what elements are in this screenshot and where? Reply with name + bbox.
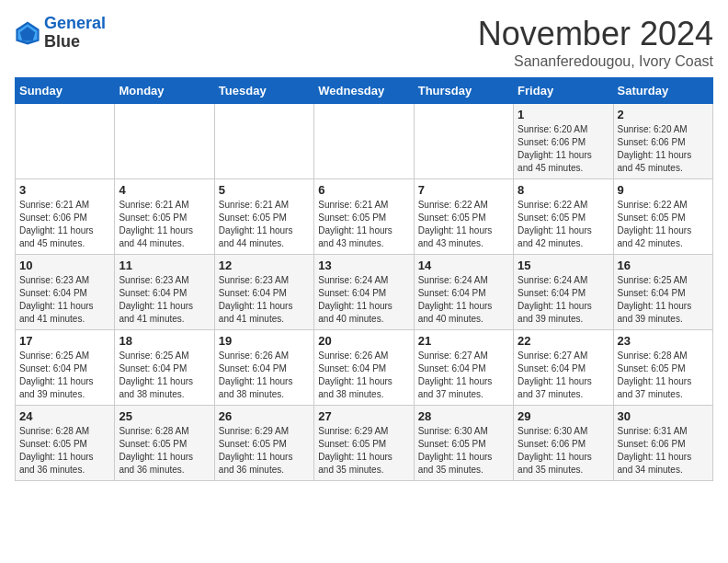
day-info: Sunrise: 6:28 AM Sunset: 6:05 PM Dayligh… <box>119 425 210 477</box>
day-info: Sunrise: 6:21 AM Sunset: 6:06 PM Dayligh… <box>19 199 110 250</box>
day-info: Sunrise: 6:20 AM Sunset: 6:06 PM Dayligh… <box>618 123 709 175</box>
day-cell <box>115 104 214 179</box>
day-cell: 28Sunrise: 6:30 AM Sunset: 6:05 PM Dayli… <box>414 406 513 481</box>
day-info: Sunrise: 6:22 AM Sunset: 6:05 PM Dayligh… <box>618 199 709 250</box>
day-number: 2 <box>618 108 709 121</box>
logo-line1: General <box>44 14 106 32</box>
day-info: Sunrise: 6:24 AM Sunset: 6:04 PM Dayligh… <box>518 274 609 326</box>
day-info: Sunrise: 6:24 AM Sunset: 6:04 PM Dayligh… <box>318 274 409 326</box>
day-info: Sunrise: 6:25 AM Sunset: 6:04 PM Dayligh… <box>19 350 110 401</box>
day-number: 3 <box>19 183 110 197</box>
day-cell: 8Sunrise: 6:22 AM Sunset: 6:05 PM Daylig… <box>514 179 613 255</box>
title-block: November 2024 Sananferedougou, Ivory Coa… <box>478 15 713 70</box>
header-cell-tuesday: Tuesday <box>214 78 313 104</box>
day-number: 26 <box>219 409 310 423</box>
day-cell: 14Sunrise: 6:24 AM Sunset: 6:04 PM Dayli… <box>414 255 513 330</box>
day-cell: 30Sunrise: 6:31 AM Sunset: 6:06 PM Dayli… <box>613 406 712 481</box>
day-info: Sunrise: 6:23 AM Sunset: 6:04 PM Dayligh… <box>119 274 210 326</box>
header-cell-monday: Monday <box>115 78 214 104</box>
day-cell: 13Sunrise: 6:24 AM Sunset: 6:04 PM Dayli… <box>314 255 414 330</box>
day-info: Sunrise: 6:27 AM Sunset: 6:04 PM Dayligh… <box>418 350 509 401</box>
day-number: 30 <box>618 409 709 423</box>
day-cell: 12Sunrise: 6:23 AM Sunset: 6:04 PM Dayli… <box>214 255 313 330</box>
day-cell: 2Sunrise: 6:20 AM Sunset: 6:06 PM Daylig… <box>613 104 712 179</box>
week-row-4: 17Sunrise: 6:25 AM Sunset: 6:04 PM Dayli… <box>16 330 713 406</box>
logo-icon <box>15 20 40 46</box>
day-cell: 4Sunrise: 6:21 AM Sunset: 6:05 PM Daylig… <box>115 179 214 255</box>
day-cell: 10Sunrise: 6:23 AM Sunset: 6:04 PM Dayli… <box>16 255 115 330</box>
day-number: 14 <box>418 259 509 272</box>
day-info: Sunrise: 6:21 AM Sunset: 6:05 PM Dayligh… <box>318 199 409 250</box>
day-info: Sunrise: 6:31 AM Sunset: 6:06 PM Dayligh… <box>618 425 709 477</box>
day-cell: 15Sunrise: 6:24 AM Sunset: 6:04 PM Dayli… <box>514 255 613 330</box>
day-info: Sunrise: 6:22 AM Sunset: 6:05 PM Dayligh… <box>418 199 509 250</box>
day-number: 13 <box>318 259 409 272</box>
day-info: Sunrise: 6:27 AM Sunset: 6:04 PM Dayligh… <box>518 350 609 401</box>
day-number: 5 <box>219 183 310 197</box>
day-info: Sunrise: 6:29 AM Sunset: 6:05 PM Dayligh… <box>219 425 310 477</box>
day-cell: 20Sunrise: 6:26 AM Sunset: 6:04 PM Dayli… <box>314 330 414 406</box>
day-info: Sunrise: 6:30 AM Sunset: 6:05 PM Dayligh… <box>418 425 509 477</box>
week-row-5: 24Sunrise: 6:28 AM Sunset: 6:05 PM Dayli… <box>16 406 713 481</box>
day-number: 20 <box>318 334 409 348</box>
day-number: 10 <box>19 259 110 272</box>
header-cell-sunday: Sunday <box>16 78 115 104</box>
day-cell: 6Sunrise: 6:21 AM Sunset: 6:05 PM Daylig… <box>314 179 414 255</box>
day-number: 25 <box>119 409 210 423</box>
week-row-1: 1Sunrise: 6:20 AM Sunset: 6:06 PM Daylig… <box>16 104 713 179</box>
logo: General Blue <box>15 15 106 52</box>
header-cell-thursday: Thursday <box>414 78 513 104</box>
week-row-3: 10Sunrise: 6:23 AM Sunset: 6:04 PM Dayli… <box>16 255 713 330</box>
day-number: 4 <box>119 183 210 197</box>
calendar-header: SundayMondayTuesdayWednesdayThursdayFrid… <box>16 78 713 104</box>
day-cell: 19Sunrise: 6:26 AM Sunset: 6:04 PM Dayli… <box>214 330 313 406</box>
day-number: 19 <box>219 334 310 348</box>
calendar-body: 1Sunrise: 6:20 AM Sunset: 6:06 PM Daylig… <box>16 104 713 481</box>
week-row-2: 3Sunrise: 6:21 AM Sunset: 6:06 PM Daylig… <box>16 179 713 255</box>
day-cell: 11Sunrise: 6:23 AM Sunset: 6:04 PM Dayli… <box>115 255 214 330</box>
day-cell: 25Sunrise: 6:28 AM Sunset: 6:05 PM Dayli… <box>115 406 214 481</box>
day-info: Sunrise: 6:29 AM Sunset: 6:05 PM Dayligh… <box>318 425 409 477</box>
day-cell: 16Sunrise: 6:25 AM Sunset: 6:04 PM Dayli… <box>613 255 712 330</box>
day-cell: 24Sunrise: 6:28 AM Sunset: 6:05 PM Dayli… <box>16 406 115 481</box>
day-number: 18 <box>119 334 210 348</box>
day-number: 16 <box>618 259 709 272</box>
day-info: Sunrise: 6:24 AM Sunset: 6:04 PM Dayligh… <box>418 274 509 326</box>
day-number: 27 <box>318 409 409 423</box>
header-cell-friday: Friday <box>514 78 613 104</box>
day-info: Sunrise: 6:26 AM Sunset: 6:04 PM Dayligh… <box>219 350 310 401</box>
day-info: Sunrise: 6:23 AM Sunset: 6:04 PM Dayligh… <box>219 274 310 326</box>
day-number: 1 <box>518 108 609 121</box>
day-cell <box>214 104 313 179</box>
day-cell: 22Sunrise: 6:27 AM Sunset: 6:04 PM Dayli… <box>514 330 613 406</box>
day-cell <box>414 104 513 179</box>
day-info: Sunrise: 6:30 AM Sunset: 6:06 PM Dayligh… <box>518 425 609 477</box>
page-header: General Blue November 2024 Sananferedoug… <box>15 15 713 70</box>
logo-line2: Blue <box>44 33 106 52</box>
day-info: Sunrise: 6:26 AM Sunset: 6:04 PM Dayligh… <box>318 350 409 401</box>
day-number: 28 <box>418 409 509 423</box>
day-cell: 9Sunrise: 6:22 AM Sunset: 6:05 PM Daylig… <box>613 179 712 255</box>
day-number: 11 <box>119 259 210 272</box>
day-cell <box>314 104 414 179</box>
day-number: 6 <box>318 183 409 197</box>
day-cell: 7Sunrise: 6:22 AM Sunset: 6:05 PM Daylig… <box>414 179 513 255</box>
subtitle: Sananferedougou, Ivory Coast <box>478 53 713 70</box>
calendar-table: SundayMondayTuesdayWednesdayThursdayFrid… <box>15 77 713 481</box>
day-info: Sunrise: 6:21 AM Sunset: 6:05 PM Dayligh… <box>219 199 310 250</box>
logo-text: General Blue <box>44 15 106 52</box>
day-info: Sunrise: 6:20 AM Sunset: 6:06 PM Dayligh… <box>518 123 609 175</box>
day-cell: 29Sunrise: 6:30 AM Sunset: 6:06 PM Dayli… <box>514 406 613 481</box>
day-number: 22 <box>518 334 609 348</box>
day-cell: 27Sunrise: 6:29 AM Sunset: 6:05 PM Dayli… <box>314 406 414 481</box>
day-cell: 1Sunrise: 6:20 AM Sunset: 6:06 PM Daylig… <box>514 104 613 179</box>
month-title: November 2024 <box>478 15 713 53</box>
header-cell-saturday: Saturday <box>613 78 712 104</box>
day-number: 17 <box>19 334 110 348</box>
header-row: SundayMondayTuesdayWednesdayThursdayFrid… <box>16 78 713 104</box>
day-number: 8 <box>518 183 609 197</box>
day-info: Sunrise: 6:23 AM Sunset: 6:04 PM Dayligh… <box>19 274 110 326</box>
day-cell: 23Sunrise: 6:28 AM Sunset: 6:05 PM Dayli… <box>613 330 712 406</box>
day-cell: 3Sunrise: 6:21 AM Sunset: 6:06 PM Daylig… <box>16 179 115 255</box>
day-info: Sunrise: 6:22 AM Sunset: 6:05 PM Dayligh… <box>518 199 609 250</box>
